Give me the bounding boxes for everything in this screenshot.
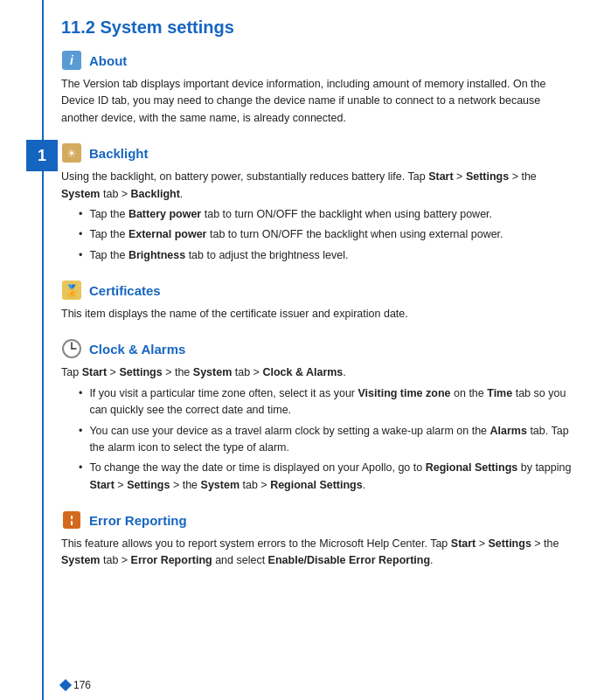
about-header: About xyxy=(61,50,578,71)
clock-bullet-2-text: You can use your device as a travel alar… xyxy=(89,423,578,457)
error-icon-svg xyxy=(61,509,82,530)
certificates-title: Certificates xyxy=(89,283,161,298)
backlight-bullet-3-text: Tap the Brightness tab to adjust the bri… xyxy=(89,247,348,264)
about-title: About xyxy=(89,53,127,68)
content-area: 11.2 System settings About The Version t… xyxy=(44,0,604,700)
backlight-header: Backlight xyxy=(61,142,578,163)
clock-bullet-1: • If you visit a particular time zone of… xyxy=(79,385,578,419)
certificates-section: Certificates This item displays the name… xyxy=(61,280,578,322)
footer-diamond-icon xyxy=(59,679,72,691)
clock-icon-svg xyxy=(61,338,82,359)
error-reporting-header: Error Reporting xyxy=(61,509,578,530)
error-reporting-body: This feature allows you to report system… xyxy=(61,536,578,570)
backlight-section: Backlight Using the backlight, on batter… xyxy=(61,142,578,264)
svg-rect-3 xyxy=(63,511,80,529)
certificates-icon-shape xyxy=(62,281,81,300)
error-reporting-title: Error Reporting xyxy=(89,513,187,528)
page-number: 176 xyxy=(73,679,91,691)
backlight-icon xyxy=(61,142,82,163)
backlight-body: Using the backlight, on battery power, s… xyxy=(61,169,578,203)
bullet-dot: • xyxy=(79,423,82,457)
about-section: About The Version tab displays important… xyxy=(61,50,578,127)
clock-title: Clock & Alarms xyxy=(89,342,185,357)
about-body: The Version tab displays important devic… xyxy=(61,76,578,127)
certificates-icon xyxy=(61,280,82,301)
backlight-icon-shape xyxy=(62,143,81,163)
error-reporting-icon xyxy=(61,509,82,530)
certificates-header: Certificates xyxy=(61,280,578,301)
backlight-title: Backlight xyxy=(89,146,149,161)
clock-bullet-2: • You can use your device as a travel al… xyxy=(79,423,578,457)
backlight-bullet-2: • Tap the External power tab to turn ON/… xyxy=(79,226,578,243)
svg-rect-5 xyxy=(71,516,73,519)
clock-body: Tap Start > Settings > the System tab > … xyxy=(61,364,578,381)
clock-bullets: • If you visit a particular time zone of… xyxy=(79,385,578,494)
bullet-dot: • xyxy=(79,247,82,264)
clock-bullet-3-text: To change the way the date or time is di… xyxy=(89,460,578,494)
bullet-dot: • xyxy=(79,226,82,243)
page-title: 11.2 System settings xyxy=(61,17,578,38)
bullet-dot: • xyxy=(79,206,82,223)
backlight-bullet-2-text: Tap the External power tab to turn ON/OF… xyxy=(89,226,503,243)
page-container: 1 11.2 System settings About The Version… xyxy=(0,0,604,700)
bullet-dot: • xyxy=(79,460,82,494)
error-reporting-section: Error Reporting This feature allows you … xyxy=(61,509,578,570)
backlight-bullets: • Tap the Battery power tab to turn ON/O… xyxy=(79,206,578,264)
chapter-number: 1 xyxy=(26,140,58,171)
backlight-bullet-3: • Tap the Brightness tab to adjust the b… xyxy=(79,247,578,264)
backlight-bullet-1-text: Tap the Battery power tab to turn ON/OFF… xyxy=(89,206,492,223)
backlight-bullet-1: • Tap the Battery power tab to turn ON/O… xyxy=(79,206,578,223)
about-icon-shape xyxy=(62,51,81,70)
clock-icon xyxy=(61,338,82,359)
clock-header: Clock & Alarms xyxy=(61,338,578,359)
clock-bullet-1-text: If you visit a particular time zone ofte… xyxy=(89,385,578,419)
bullet-dot: • xyxy=(79,385,82,419)
certificates-body: This item displays the name of the certi… xyxy=(61,306,578,322)
page-footer: 176 xyxy=(61,679,91,691)
about-icon xyxy=(61,50,82,71)
left-margin: 1 xyxy=(0,0,44,700)
clock-bullet-3: • To change the way the date or time is … xyxy=(79,460,578,494)
svg-rect-4 xyxy=(71,521,73,525)
clock-section: Clock & Alarms Tap Start > Settings > th… xyxy=(61,338,578,494)
